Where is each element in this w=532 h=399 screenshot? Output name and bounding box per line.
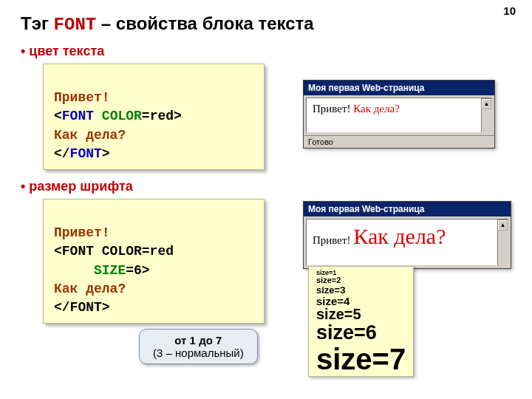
size-7: size=7: [316, 344, 406, 375]
browser1-status: Готово: [304, 135, 494, 148]
sizes-demo: size=1 size=2 size=3 size=4 size=5 size=…: [308, 266, 414, 377]
code1-lt: <: [54, 109, 62, 123]
size-4: size=4: [316, 296, 406, 307]
code1-lt2: </: [54, 146, 70, 161]
code-example-2: Привет! <FONT COLOR=red SIZE=6> Как дела…: [43, 199, 265, 324]
browser2-titlebar: Моя первая Web-страница: [304, 202, 511, 216]
code-example-1: Привет! <FONT COLOR=red> Как дела? </FON…: [43, 64, 265, 170]
code1-font: FONT: [62, 109, 94, 123]
bullet-size: размер шрифта: [21, 179, 511, 194]
browser1-black: Привет!: [313, 103, 353, 115]
slide-title: Тэг FONT – свойства блока текста: [21, 13, 511, 35]
code2-l1: Привет!: [54, 225, 110, 240]
browser-preview-1: Моя первая Web-страница Привет! Как дела…: [303, 80, 495, 149]
browser1-titlebar: Моя первая Web-страница: [304, 81, 494, 95]
code2-l3a: [54, 263, 94, 278]
size-6: size=6: [316, 322, 406, 343]
code1-eqred: =red>: [142, 109, 182, 123]
scroll-up-icon[interactable]: ▲: [482, 99, 491, 109]
code1-color: COLOR: [94, 109, 142, 123]
code2-size: SIZE: [94, 263, 126, 278]
callout-range: от 1 до 7 (3 – нормальный): [139, 329, 258, 364]
browser2-red: Как дела?: [353, 224, 446, 248]
browser1-scrollbar[interactable]: ▲: [481, 98, 492, 133]
browser2-content: Привет! Как дела?: [306, 219, 508, 266]
size-5: size=5: [316, 307, 406, 322]
callout-line1: от 1 до 7: [153, 334, 244, 347]
code1-l1: Привет!: [54, 90, 110, 105]
code2-l3c: =6>: [126, 263, 149, 278]
page-number: 10: [503, 4, 516, 17]
browser1-red: Как дела?: [353, 103, 400, 115]
browser2-scrollbar[interactable]: ▲: [497, 219, 508, 266]
code1-font2: FONT: [70, 146, 102, 161]
browser2-black: Привет!: [313, 234, 353, 246]
code1-gt2: >: [102, 146, 110, 161]
code2-l2: <FONT COLOR=red: [54, 244, 174, 259]
title-tag: FONT: [54, 15, 97, 35]
browser-preview-2: Моя первая Web-страница Привет! Как дела…: [303, 201, 511, 269]
code1-l3: Как дела?: [54, 128, 126, 143]
code2-l5: </FONT>: [54, 300, 110, 315]
browser1-content: Привет! Как дела?: [306, 98, 492, 133]
size-3: size=3: [316, 285, 406, 296]
scroll-up-icon[interactable]: ▲: [498, 220, 508, 231]
title-prefix: Тэг: [21, 13, 54, 33]
code2-l4: Как дела?: [54, 282, 126, 296]
title-suffix: – свойства блока текста: [96, 13, 314, 33]
callout-line2: (3 – нормальный): [153, 347, 244, 359]
bullet-color: цвет текста: [21, 44, 511, 59]
